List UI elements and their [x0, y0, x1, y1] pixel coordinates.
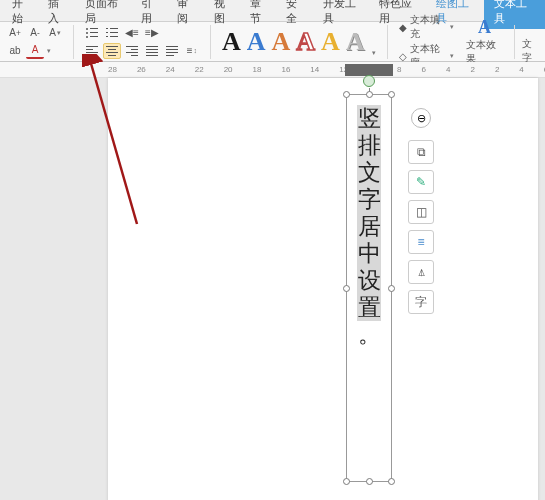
paint-icon: ◆	[399, 22, 407, 33]
align-justify-icon[interactable]	[143, 43, 161, 59]
ruler-tick: 28	[108, 65, 117, 74]
tab-dev[interactable]: 开发工具	[315, 0, 372, 29]
svg-rect-1	[90, 28, 98, 29]
svg-rect-23	[131, 55, 138, 56]
svg-rect-30	[166, 52, 178, 53]
svg-rect-28	[166, 46, 178, 47]
svg-rect-21	[131, 49, 138, 50]
resize-handle-br[interactable]	[388, 478, 395, 485]
wordart-style-2[interactable]: A	[247, 27, 266, 57]
svg-rect-22	[126, 52, 138, 53]
bullets-icon[interactable]	[83, 25, 101, 41]
ruler-tick: 2	[495, 65, 499, 74]
change-case-icon[interactable]: A▾	[46, 25, 64, 41]
fill-button[interactable]: ⧉	[408, 140, 434, 164]
indent-left-icon[interactable]: ◀≡	[123, 25, 141, 41]
rotate-handle[interactable]	[363, 75, 375, 87]
svg-rect-27	[146, 55, 158, 56]
separator	[514, 25, 515, 59]
svg-rect-8	[106, 32, 108, 33]
svg-rect-24	[146, 46, 158, 47]
grow-font-icon[interactable]: A+	[6, 25, 24, 41]
align-left-icon[interactable]	[83, 43, 101, 59]
vertical-textbox[interactable]: 竖排文字居中设置。	[346, 94, 392, 482]
svg-rect-11	[110, 36, 118, 37]
resize-handle-tc[interactable]	[366, 91, 373, 98]
svg-rect-20	[126, 46, 138, 47]
svg-rect-15	[86, 55, 93, 56]
resize-handle-mr[interactable]	[388, 285, 395, 292]
svg-rect-17	[108, 49, 116, 50]
shape-button[interactable]: ◫	[408, 200, 434, 224]
separator	[73, 25, 74, 59]
svg-rect-6	[106, 28, 108, 29]
wordart-gallery[interactable]: A A A A A A ▾	[218, 27, 380, 57]
shrink-font-icon[interactable]: A-	[26, 25, 44, 41]
svg-point-0	[86, 28, 88, 30]
edit-button[interactable]: ✎	[408, 170, 434, 194]
layout-options-button[interactable]: ⊖	[411, 108, 431, 128]
separator	[210, 25, 211, 59]
effect-a-icon: A	[478, 17, 491, 38]
ruler-tick: 22	[195, 65, 204, 74]
ruler-tick: 4	[519, 65, 523, 74]
wordart-style-1[interactable]: A	[222, 27, 241, 57]
tab-view[interactable]: 视图	[206, 0, 242, 29]
text-effects-button[interactable]: A 文本效果	[462, 17, 508, 66]
resize-handle-tl[interactable]	[343, 91, 350, 98]
svg-rect-29	[166, 49, 178, 50]
resize-handle-ml[interactable]	[343, 285, 350, 292]
wordart-style-5[interactable]: A	[321, 27, 340, 57]
style-button[interactable]: ⍋	[408, 260, 434, 284]
svg-rect-26	[146, 52, 158, 53]
svg-point-2	[86, 32, 88, 34]
ruler-tick: 8	[397, 65, 401, 74]
align-button[interactable]: ≡	[408, 230, 434, 254]
vertical-text-content[interactable]: 竖排文字居中设置。	[357, 105, 381, 348]
document-canvas[interactable]	[0, 78, 545, 500]
horizontal-ruler[interactable]: 28 26 24 22 20 18 16 14 12 10 8 6 4 2 2 …	[0, 62, 545, 78]
svg-rect-12	[86, 46, 98, 47]
pencil-icon: ✎	[416, 175, 426, 189]
text-more-label: 文字	[522, 19, 541, 65]
tab-section[interactable]: 章节	[242, 0, 278, 29]
tab-safety[interactable]: 安全	[278, 0, 314, 29]
align-icon: ≡	[417, 235, 424, 249]
line-spacing-icon[interactable]: ≡↕	[183, 43, 201, 59]
text-button[interactable]: 字	[408, 290, 434, 314]
ruler-tick: 16	[281, 65, 290, 74]
align-center-icon[interactable]	[103, 43, 121, 59]
svg-rect-3	[90, 32, 98, 33]
ruler-tick: 6	[422, 65, 426, 74]
page[interactable]	[108, 78, 538, 500]
wordart-style-3[interactable]: A	[271, 27, 290, 57]
indent-right-icon[interactable]: ≡▶	[143, 25, 161, 41]
font-color-icon[interactable]: A	[26, 43, 44, 59]
font-group: A+ A- A▾ ab A ▾	[4, 25, 66, 59]
svg-rect-7	[110, 28, 118, 29]
ruler-tick: 20	[224, 65, 233, 74]
paragraph-group: ◀≡ ≡▶ ≡↕	[81, 25, 203, 59]
resize-handle-bc[interactable]	[366, 478, 373, 485]
ruler-tick: 26	[137, 65, 146, 74]
highlight-icon[interactable]: ab	[6, 43, 24, 59]
ruler-tick: 18	[253, 65, 262, 74]
svg-rect-16	[106, 46, 118, 47]
numbering-icon[interactable]	[103, 25, 121, 41]
svg-rect-18	[106, 52, 118, 53]
align-distribute-icon[interactable]	[163, 43, 181, 59]
chevron-down-icon[interactable]: ▾	[47, 47, 51, 55]
resize-handle-bl[interactable]	[343, 478, 350, 485]
ruler-tick: 24	[166, 65, 175, 74]
resize-handle-tr[interactable]	[388, 91, 395, 98]
svg-rect-14	[86, 52, 98, 53]
wordart-style-4[interactable]: A	[296, 27, 315, 57]
svg-rect-19	[108, 55, 116, 56]
svg-rect-13	[86, 49, 93, 50]
text-fill-button[interactable]: ◆文本填充▾	[399, 13, 454, 41]
ribbon: A+ A- A▾ ab A ▾ ◀≡ ≡▶ ≡↕ A A A A	[0, 22, 545, 62]
wordart-more-icon[interactable]: ▾	[372, 49, 376, 57]
floating-toolbar: ⊖ ⧉ ✎ ◫ ≡ ⍋ 字	[408, 108, 434, 314]
align-right-icon[interactable]	[123, 43, 141, 59]
wordart-style-6[interactable]: A	[346, 27, 365, 57]
